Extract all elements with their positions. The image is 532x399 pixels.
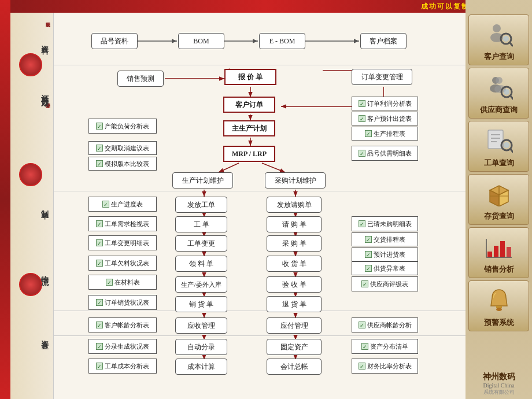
node-tuihuodan[interactable]: 退 货 单 bbox=[267, 296, 322, 312]
node-xiaoshou[interactable]: 销售预测 bbox=[117, 71, 164, 87]
node-chengbenjisuan[interactable]: 成本计算 bbox=[175, 359, 227, 375]
node-dinglirun[interactable]: ✓订单利润分析表 bbox=[352, 97, 418, 110]
svg-rect-59 bbox=[494, 246, 498, 257]
checkbox-yiqingwei: ✓ bbox=[359, 220, 365, 227]
node-yiqingwei[interactable]: ✓已请未购明细表 bbox=[352, 216, 418, 231]
warning-icon-area bbox=[482, 285, 516, 316]
left-deco: 成功可以复制 源于专业务实 资料 订单与计划 制单 物流 资金 bbox=[10, 13, 54, 399]
customer-query-button[interactable]: 客户查询 bbox=[468, 14, 529, 65]
node-channeg[interactable]: ✓产能负荷分析表 bbox=[88, 119, 157, 134]
node-kehuorder[interactable]: 客户订单 bbox=[223, 97, 275, 113]
checkbox-gongyichengji: ✓ bbox=[361, 280, 368, 287]
svg-line-52 bbox=[511, 149, 513, 152]
workorder-icon-svg bbox=[485, 128, 513, 153]
right-sidebar: 客户查询 供应商查询 bbox=[466, 0, 532, 399]
node-shengchanwai[interactable]: 生产/委外入库 bbox=[175, 276, 227, 293]
node-yanshoudan[interactable]: 验 收 单 bbox=[267, 276, 322, 293]
node-pinhaoziliao[interactable]: 品号资料 bbox=[91, 33, 138, 49]
svg-rect-60 bbox=[500, 241, 505, 257]
workorder-query-button[interactable]: 工单查询 bbox=[468, 121, 529, 172]
divider-1 bbox=[54, 65, 466, 65]
supplier-query-label: 供应商查询 bbox=[480, 105, 518, 115]
checkbox-caiwubili: ✓ bbox=[359, 363, 365, 370]
node-bom[interactable]: BOM bbox=[178, 33, 224, 49]
customer-icon-svg bbox=[485, 21, 513, 47]
node-gongyizhang[interactable]: ✓供应商帐龄分析 bbox=[352, 317, 418, 332]
node-gongdanchengben[interactable]: ✓工单成本分析表 bbox=[88, 359, 157, 374]
node-gongdan[interactable]: 工 单 bbox=[175, 216, 227, 232]
node-jiaohuopai[interactable]: ✓交货排程表 bbox=[352, 232, 418, 246]
node-kehufile[interactable]: 客户档案 bbox=[360, 33, 407, 49]
node-fafacaigou[interactable]: 发放请购单 bbox=[267, 197, 322, 213]
node-mrp[interactable]: MRP / LRP bbox=[223, 146, 275, 162]
node-gongdanbg[interactable]: 工单变更 bbox=[175, 235, 227, 252]
warning-system-button[interactable]: 预警系统 bbox=[468, 280, 529, 331]
top-banner: 成功可以复制，源于专业务实 bbox=[0, 0, 532, 13]
node-caigoudan[interactable]: 采 购 单 bbox=[267, 235, 322, 252]
node-jioaqi[interactable]: ✓交期取消建议表 bbox=[88, 141, 157, 155]
node-pinxuqiu[interactable]: ✓品号供需明细表 bbox=[352, 146, 418, 161]
workorder-query-label: 工单查询 bbox=[484, 158, 514, 168]
divider-4 bbox=[54, 335, 466, 336]
node-zaicailiao[interactable]: ✓在材料表 bbox=[88, 275, 157, 290]
svg-line-14 bbox=[262, 163, 285, 172]
node-shouhuodan[interactable]: 收 货 单 bbox=[267, 256, 322, 272]
node-moni[interactable]: ✓模拟版本比较表 bbox=[88, 157, 157, 171]
checkbox-gongdanchange: ✓ bbox=[96, 239, 103, 246]
customer-query-label: 客户查询 bbox=[484, 51, 514, 62]
node-xiaohuodan[interactable]: 销 货 单 bbox=[175, 296, 227, 312]
node-shengchanplan[interactable]: 生产计划维护 bbox=[172, 172, 233, 189]
node-ebom[interactable]: E - BOM bbox=[259, 33, 305, 49]
checkbox-jiaohuopai: ✓ bbox=[365, 236, 372, 243]
node-shengchanprog2[interactable]: ✓生产进度表 bbox=[88, 197, 157, 212]
node-fenlusheng[interactable]: ✓分录生成状况表 bbox=[88, 339, 157, 354]
cat-finance: 资金 bbox=[39, 334, 50, 337]
node-zidongluruo[interactable]: 自动分录 bbox=[175, 339, 227, 355]
svg-point-34 bbox=[493, 24, 501, 32]
node-lingliaodan[interactable]: 领 料 单 bbox=[175, 256, 227, 272]
node-baojia[interactable]: 报 价 单 bbox=[224, 69, 276, 85]
node-gongdanqueliao[interactable]: ✓工单欠料状况表 bbox=[88, 256, 157, 271]
sales-icon-svg bbox=[485, 234, 513, 260]
supplier-query-button[interactable]: 供应商查询 bbox=[468, 68, 529, 119]
left-strip bbox=[0, 0, 10, 399]
node-gongyisheng[interactable]: ✓供货异常表 bbox=[352, 261, 418, 275]
node-gongdanchange[interactable]: ✓工单变更明细表 bbox=[88, 235, 157, 250]
sales-analysis-button[interactable]: 销售分析 bbox=[468, 227, 529, 278]
checkbox-gongdanqueliao: ✓ bbox=[96, 260, 103, 267]
node-gudingzichan[interactable]: 固定资产 bbox=[267, 339, 322, 355]
company-logo: 神州数码 Digital China 系统有限公司 bbox=[483, 372, 515, 399]
cat-logistics: 物流 bbox=[39, 270, 50, 274]
node-dingdanchange[interactable]: 订单变更管理 bbox=[352, 69, 412, 85]
svg-line-13 bbox=[219, 163, 239, 172]
inventory-query-button[interactable]: 存货查询 bbox=[468, 174, 529, 225]
node-kehuforecast[interactable]: ✓客户预计出货表 bbox=[352, 112, 418, 125]
node-zichanfenbu[interactable]: ✓资产分布清单 bbox=[352, 339, 418, 354]
node-caiwubili[interactable]: ✓财务比率分析表 bbox=[352, 359, 418, 374]
inventory-icon-svg bbox=[485, 181, 513, 206]
node-gongyichengji[interactable]: ✓供应商评级表 bbox=[352, 276, 418, 291]
deco-circle-2 bbox=[19, 163, 42, 186]
checkbox-gongyizhang: ✓ bbox=[359, 322, 365, 328]
node-dingdanxiaohuo[interactable]: ✓订单销货状况表 bbox=[88, 295, 157, 310]
svg-rect-61 bbox=[507, 247, 511, 257]
svg-rect-58 bbox=[487, 252, 492, 257]
node-yujiruhuobiao[interactable]: ✓预计进货表 bbox=[352, 247, 418, 261]
node-shengchanprog[interactable]: ✓生产排程表 bbox=[352, 127, 418, 141]
node-qinggodan[interactable]: 请 购 单 bbox=[267, 216, 322, 232]
node-kehuzhangling[interactable]: ✓客户帐龄分析表 bbox=[88, 317, 157, 332]
node-yingshou[interactable]: 应收管理 bbox=[175, 317, 227, 334]
checkbox-gongdanchengben: ✓ bbox=[96, 363, 103, 370]
cat-order: 订单与计划 bbox=[39, 88, 50, 94]
node-yingfu[interactable]: 应付管理 bbox=[267, 317, 322, 334]
warning-system-label: 预警系统 bbox=[484, 317, 514, 328]
deco-circle-1 bbox=[19, 53, 42, 76]
node-kuaijizong[interactable]: 会计总帐 bbox=[267, 359, 322, 375]
node-zhushengchan[interactable]: 主生产计划 bbox=[223, 120, 275, 136]
node-caigouplan[interactable]: 采购计划维护 bbox=[265, 172, 326, 189]
main-area: 成功可以复制 源于专业务实 资料 订单与计划 制单 物流 资金 bbox=[10, 13, 466, 399]
checkbox-zaicailiao: ✓ bbox=[106, 279, 113, 286]
node-gongdanxuqiu[interactable]: ✓工单需求检视表 bbox=[88, 216, 157, 231]
svg-point-51 bbox=[504, 142, 509, 148]
node-fafagongdan[interactable]: 发放工单 bbox=[175, 197, 227, 213]
